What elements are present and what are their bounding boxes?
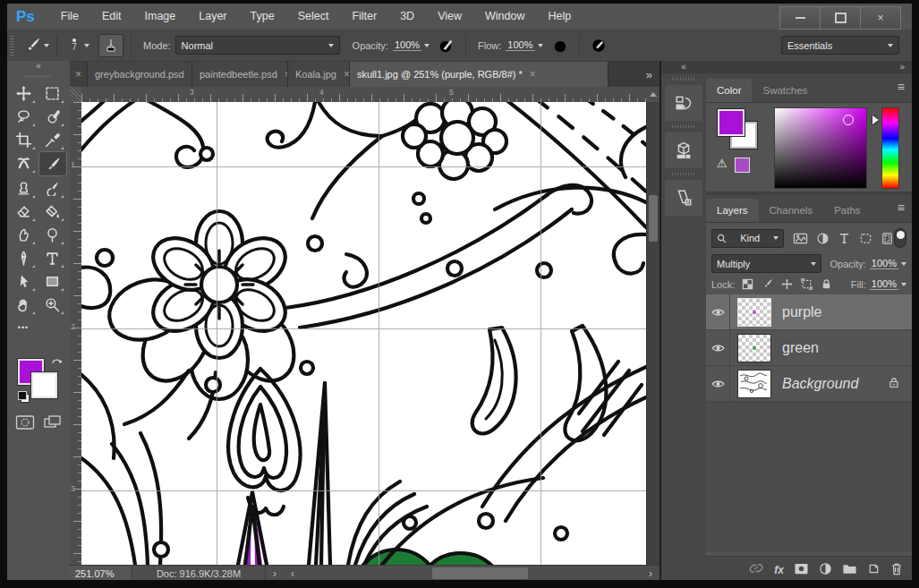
visibility-toggle[interactable] bbox=[706, 294, 730, 329]
layer-row-green[interactable]: green bbox=[706, 330, 912, 366]
filter-adjustment-layers-button[interactable] bbox=[816, 232, 830, 245]
smoothing-button[interactable] bbox=[587, 35, 610, 56]
brush-tool-selected[interactable] bbox=[38, 151, 67, 176]
layer-thumbnail[interactable] bbox=[737, 334, 771, 362]
layer-name[interactable]: purple bbox=[782, 304, 821, 320]
fill-chevron[interactable] bbox=[901, 283, 906, 286]
layer-filter-select[interactable]: Kind bbox=[711, 229, 784, 248]
vertical-ruler[interactable]: 1 2 3 bbox=[70, 102, 82, 565]
ruler-collapse[interactable] bbox=[646, 87, 659, 103]
vertical-scrollbar-thumb[interactable] bbox=[649, 195, 658, 242]
vertical-scrollbar[interactable] bbox=[646, 102, 660, 565]
tab-channels[interactable]: Channels bbox=[759, 199, 824, 222]
brush-size-chevron[interactable] bbox=[84, 44, 89, 47]
brush-preset-chevron[interactable] bbox=[44, 44, 49, 47]
menu-edit[interactable]: Edit bbox=[90, 4, 133, 30]
lock-transparent-pixels-button[interactable] bbox=[742, 278, 753, 290]
layer-thumbnail[interactable] bbox=[737, 370, 771, 398]
properties-panel-button[interactable] bbox=[665, 180, 702, 216]
background-color-swatch[interactable] bbox=[31, 372, 57, 398]
path-selection-tool[interactable] bbox=[10, 269, 37, 293]
crop-tool[interactable] bbox=[10, 128, 37, 151]
horizontal-scrollbar[interactable] bbox=[302, 566, 642, 581]
hand-tool[interactable] bbox=[10, 293, 37, 316]
menu-window[interactable]: Window bbox=[473, 4, 536, 30]
collapse-panels-button[interactable]: » bbox=[706, 61, 912, 73]
visibility-toggle[interactable] bbox=[706, 366, 730, 401]
layer-style-button[interactable]: fx bbox=[774, 564, 784, 576]
scroll-left-arrow[interactable]: ‹ bbox=[284, 567, 302, 580]
layer-name[interactable]: green bbox=[782, 340, 819, 356]
default-colors-icon[interactable] bbox=[18, 391, 30, 403]
scroll-right-arrow[interactable]: › bbox=[642, 567, 659, 580]
filter-pixel-layers-button[interactable] bbox=[793, 232, 808, 245]
menu-3d[interactable]: 3D bbox=[388, 4, 426, 30]
close-tab-icon[interactable]: × bbox=[344, 68, 350, 81]
menu-file[interactable]: File bbox=[49, 4, 90, 30]
rectangular-marquee-tool[interactable] bbox=[38, 81, 65, 105]
airbrush-button[interactable] bbox=[549, 35, 572, 56]
gamut-warning-icon[interactable]: ⚠ bbox=[717, 157, 728, 170]
brush-tool-preset[interactable] bbox=[21, 35, 44, 56]
close-button[interactable]: × bbox=[860, 6, 901, 30]
type-tool[interactable] bbox=[38, 246, 65, 269]
menu-help[interactable]: Help bbox=[537, 4, 583, 30]
clone-stamp-tool[interactable] bbox=[10, 176, 37, 200]
filter-shape-layers-button[interactable] bbox=[859, 232, 872, 245]
layer-row-background[interactable]: Background bbox=[706, 366, 912, 402]
pen-tool[interactable] bbox=[10, 246, 37, 269]
visibility-toggle[interactable] bbox=[706, 330, 730, 365]
smudge-tool[interactable] bbox=[10, 223, 37, 246]
lock-position-button[interactable] bbox=[781, 278, 793, 290]
tab-paintedbeetle[interactable]: paintedbeetle.psd × bbox=[192, 62, 288, 87]
gamut-warning-swatch[interactable] bbox=[735, 158, 750, 173]
status-menu-arrow[interactable]: › bbox=[266, 567, 284, 580]
healing-brush-tool[interactable] bbox=[10, 151, 37, 175]
layer-row-purple[interactable]: purple bbox=[706, 294, 912, 330]
quick-mask-button[interactable] bbox=[15, 414, 35, 434]
opacity-chevron[interactable] bbox=[901, 262, 906, 266]
menu-layer[interactable]: Layer bbox=[187, 4, 238, 30]
tab-koala[interactable]: Koala.jpg × bbox=[288, 62, 350, 87]
tab-greybackground[interactable]: greybackground.psd × bbox=[88, 62, 192, 87]
swap-colors-icon[interactable] bbox=[50, 355, 64, 368]
tab-overflow-button[interactable]: » bbox=[646, 68, 659, 87]
flow-value[interactable]: 100% bbox=[506, 39, 534, 51]
hidden-tab-close[interactable]: × bbox=[70, 62, 88, 87]
tab-swatches[interactable]: Swatches bbox=[752, 79, 818, 102]
lock-all-button[interactable] bbox=[821, 278, 832, 290]
menu-type[interactable]: Type bbox=[239, 4, 286, 30]
history-brush-tool[interactable] bbox=[38, 176, 65, 200]
options-grip[interactable] bbox=[10, 36, 14, 55]
pressure-opacity-button[interactable] bbox=[435, 35, 458, 56]
toggle-brush-panel-button[interactable] bbox=[98, 34, 123, 57]
menu-select[interactable]: Select bbox=[286, 4, 341, 30]
brush-preset-preview[interactable]: 7 bbox=[64, 38, 84, 52]
maximize-button[interactable] bbox=[820, 6, 861, 30]
layer-name[interactable]: Background bbox=[782, 376, 858, 392]
eraser-tool[interactable] bbox=[10, 200, 37, 223]
expand-panels-button[interactable]: « bbox=[661, 61, 706, 73]
opacity-value[interactable]: 100% bbox=[393, 39, 421, 51]
zoom-tool[interactable] bbox=[38, 293, 65, 316]
flow-chevron[interactable] bbox=[538, 44, 543, 47]
ruler-corner[interactable] bbox=[70, 87, 82, 103]
opacity-chevron[interactable] bbox=[424, 44, 430, 47]
workspace-switcher[interactable]: Essentials bbox=[781, 36, 899, 55]
lasso-tool[interactable] bbox=[10, 105, 37, 128]
menu-image[interactable]: Image bbox=[133, 4, 188, 30]
foreground-color-well[interactable] bbox=[718, 109, 745, 136]
tab-layers[interactable]: Layers bbox=[706, 199, 759, 222]
lock-artboard-button[interactable] bbox=[801, 278, 813, 290]
filter-smart-objects-button[interactable] bbox=[881, 232, 894, 245]
color-picker-marker[interactable] bbox=[843, 115, 854, 125]
move-tool[interactable] bbox=[10, 81, 37, 105]
hue-slider[interactable] bbox=[881, 107, 899, 189]
menu-view[interactable]: View bbox=[426, 4, 473, 30]
tab-skull1-active[interactable]: skull1.jpg @ 251% (purple, RGB/8#) * × bbox=[350, 62, 608, 87]
layer-thumbnail[interactable] bbox=[737, 298, 771, 327]
toolbar-grip[interactable] bbox=[25, 75, 52, 78]
zoom-level-field[interactable]: 251.07% bbox=[70, 566, 132, 581]
edit-toolbar-button[interactable]: ••• bbox=[10, 316, 37, 339]
panel-menu-icon[interactable]: ≡ bbox=[898, 81, 905, 93]
